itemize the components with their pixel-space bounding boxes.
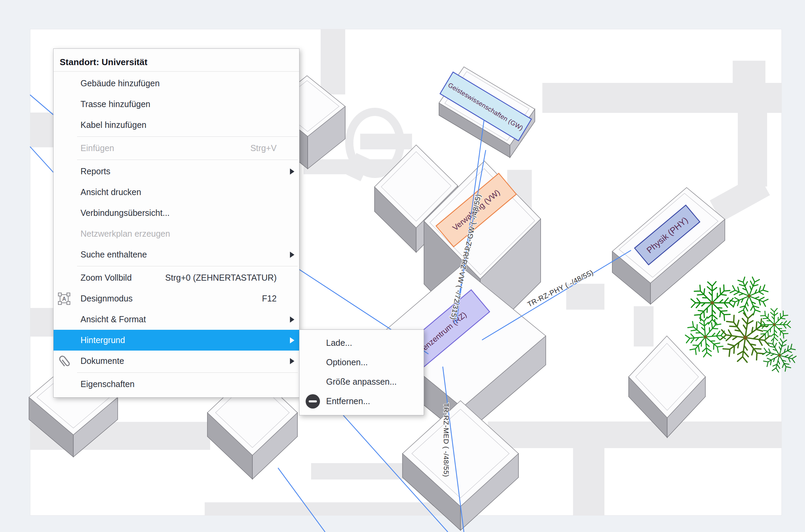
submenu-item-optionen[interactable]: Optionen... (299, 353, 424, 372)
cable-segment (30, 147, 54, 173)
menu-item-hintergrund[interactable]: Hintergrund (54, 330, 299, 351)
building-box[interactable] (629, 336, 705, 438)
shortcut-label: F12 (262, 294, 277, 304)
submenu-item-entfernen[interactable]: Entfernen... (299, 391, 424, 411)
shortcut-label: Strg+0 (ZEHNERTASTATUR) (165, 273, 277, 283)
menu-item-designmodus[interactable]: A Designmodus F12 (54, 288, 299, 309)
cable-segment (278, 468, 325, 532)
submenu-arrow-icon (290, 168, 294, 175)
menu-item-ansicht-format[interactable]: Ansicht & Format (54, 309, 299, 330)
menu-item-netzwerkplan-erzeugen[interactable]: Netzwerkplan erzeugen (54, 223, 299, 244)
menu-item-ansicht-drucken[interactable]: Ansicht drucken (54, 182, 299, 203)
menu-item-einfuegen[interactable]: Einfügen Strg+V (54, 138, 299, 159)
shortcut-label: Strg+V (250, 143, 277, 153)
hintergrund-submenu: Lade... Optionen... Größe anpassen... En… (299, 329, 424, 415)
menu-item-gebaeude-hinzufuegen[interactable]: Gebäude hinzufügen (54, 73, 299, 94)
paperclip-icon (57, 354, 72, 369)
menu-separator (77, 372, 298, 373)
menu-item-suche-enthaltene[interactable]: Suche enthaltene (54, 244, 299, 265)
building-box[interactable] (402, 401, 518, 530)
submenu-arrow-icon (290, 252, 294, 258)
submenu-arrow-icon (290, 337, 294, 343)
menu-item-zoom-vollbild[interactable]: Zoom Vollbild Strg+0 (ZEHNERTASTATUR) (54, 267, 299, 288)
tree-icons (677, 271, 802, 378)
cable-segment (30, 95, 54, 115)
svg-text:A: A (62, 296, 66, 302)
context-menu: Standort: Universität Gebäude hinzufügen… (53, 48, 299, 398)
submenu-arrow-icon (290, 316, 294, 323)
menu-item-trasse-hinzufuegen[interactable]: Trasse hinzufügen (54, 94, 299, 115)
cable-label-med: TR-RZ-MED ( -/48/55) (442, 403, 450, 477)
context-menu-title: Standort: Universität (54, 54, 299, 70)
menu-separator (77, 160, 298, 160)
menu-item-kabel-hinzufuegen[interactable]: Kabel hinzufügen (54, 115, 299, 135)
remove-minus-icon (306, 394, 320, 409)
design-mode-icon: A (57, 292, 71, 306)
submenu-item-groesse-anpassen[interactable]: Größe anpassen... (299, 372, 424, 391)
menu-separator (77, 136, 298, 137)
menu-separator (54, 71, 299, 72)
submenu-arrow-icon (290, 358, 294, 364)
submenu-item-lade[interactable]: Lade... (299, 333, 424, 353)
menu-item-dokumente[interactable]: Dokumente (54, 351, 299, 371)
menu-separator (77, 266, 298, 266)
app-window: Geisteswissenschaften (GW) Verwaltung (V… (0, 0, 805, 532)
building-geisteswissenschaften[interactable]: Geisteswissenschaften (GW) (439, 67, 535, 158)
menu-item-verbindungsuebersicht[interactable]: Verbindungsübersicht... (54, 203, 299, 223)
menu-item-reports[interactable]: Reports (54, 161, 299, 182)
menu-item-eigenschaften[interactable]: Eigenschaften (54, 374, 299, 395)
